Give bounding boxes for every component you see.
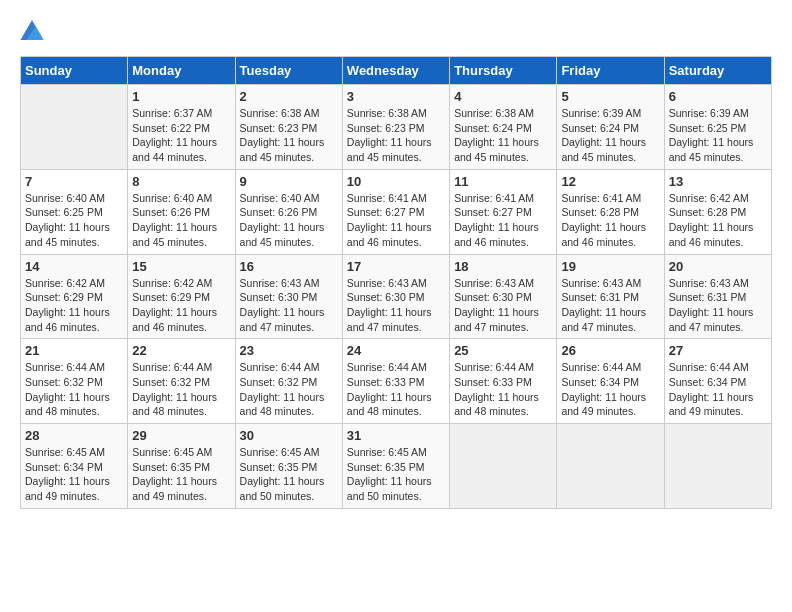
day-number: 10 (347, 174, 445, 189)
sunrise-text: Sunrise: 6:41 AM (347, 191, 445, 206)
daylight-text: Daylight: 11 hours and 45 minutes. (669, 135, 767, 164)
daylight-text: Daylight: 11 hours and 49 minutes. (132, 474, 230, 503)
calendar-cell (450, 424, 557, 509)
week-row-3: 14Sunrise: 6:42 AMSunset: 6:29 PMDayligh… (21, 254, 772, 339)
day-number: 25 (454, 343, 552, 358)
calendar-cell: 6Sunrise: 6:39 AMSunset: 6:25 PMDaylight… (664, 85, 771, 170)
sunset-text: Sunset: 6:25 PM (669, 121, 767, 136)
sunrise-text: Sunrise: 6:41 AM (561, 191, 659, 206)
col-header-thursday: Thursday (450, 57, 557, 85)
daylight-text: Daylight: 11 hours and 48 minutes. (240, 390, 338, 419)
day-number: 18 (454, 259, 552, 274)
daylight-text: Daylight: 11 hours and 47 minutes. (454, 305, 552, 334)
day-number: 16 (240, 259, 338, 274)
sunrise-text: Sunrise: 6:40 AM (132, 191, 230, 206)
calendar-cell: 11Sunrise: 6:41 AMSunset: 6:27 PMDayligh… (450, 169, 557, 254)
sunset-text: Sunset: 6:34 PM (25, 460, 123, 475)
col-header-saturday: Saturday (664, 57, 771, 85)
day-number: 6 (669, 89, 767, 104)
day-info: Sunrise: 6:44 AMSunset: 6:34 PMDaylight:… (561, 360, 659, 419)
sunrise-text: Sunrise: 6:44 AM (669, 360, 767, 375)
col-header-wednesday: Wednesday (342, 57, 449, 85)
daylight-text: Daylight: 11 hours and 46 minutes. (347, 220, 445, 249)
sunrise-text: Sunrise: 6:45 AM (25, 445, 123, 460)
calendar-cell: 28Sunrise: 6:45 AMSunset: 6:34 PMDayligh… (21, 424, 128, 509)
daylight-text: Daylight: 11 hours and 45 minutes. (347, 135, 445, 164)
sunrise-text: Sunrise: 6:45 AM (240, 445, 338, 460)
sunset-text: Sunset: 6:35 PM (240, 460, 338, 475)
calendar-cell: 8Sunrise: 6:40 AMSunset: 6:26 PMDaylight… (128, 169, 235, 254)
sunrise-text: Sunrise: 6:40 AM (240, 191, 338, 206)
sunrise-text: Sunrise: 6:44 AM (132, 360, 230, 375)
day-info: Sunrise: 6:45 AMSunset: 6:35 PMDaylight:… (347, 445, 445, 504)
sunset-text: Sunset: 6:24 PM (454, 121, 552, 136)
sunrise-text: Sunrise: 6:43 AM (240, 276, 338, 291)
sunrise-text: Sunrise: 6:44 AM (240, 360, 338, 375)
daylight-text: Daylight: 11 hours and 46 minutes. (669, 220, 767, 249)
day-number: 31 (347, 428, 445, 443)
daylight-text: Daylight: 11 hours and 46 minutes. (454, 220, 552, 249)
calendar-cell: 27Sunrise: 6:44 AMSunset: 6:34 PMDayligh… (664, 339, 771, 424)
day-number: 1 (132, 89, 230, 104)
day-info: Sunrise: 6:43 AMSunset: 6:30 PMDaylight:… (454, 276, 552, 335)
daylight-text: Daylight: 11 hours and 48 minutes. (347, 390, 445, 419)
sunset-text: Sunset: 6:28 PM (561, 205, 659, 220)
daylight-text: Daylight: 11 hours and 48 minutes. (454, 390, 552, 419)
day-number: 7 (25, 174, 123, 189)
day-info: Sunrise: 6:43 AMSunset: 6:31 PMDaylight:… (669, 276, 767, 335)
col-header-monday: Monday (128, 57, 235, 85)
day-info: Sunrise: 6:40 AMSunset: 6:26 PMDaylight:… (132, 191, 230, 250)
daylight-text: Daylight: 11 hours and 46 minutes. (561, 220, 659, 249)
sunset-text: Sunset: 6:31 PM (669, 290, 767, 305)
sunset-text: Sunset: 6:30 PM (454, 290, 552, 305)
sunrise-text: Sunrise: 6:44 AM (454, 360, 552, 375)
calendar-cell: 16Sunrise: 6:43 AMSunset: 6:30 PMDayligh… (235, 254, 342, 339)
day-number: 13 (669, 174, 767, 189)
day-info: Sunrise: 6:43 AMSunset: 6:31 PMDaylight:… (561, 276, 659, 335)
day-info: Sunrise: 6:42 AMSunset: 6:29 PMDaylight:… (25, 276, 123, 335)
calendar-cell: 26Sunrise: 6:44 AMSunset: 6:34 PMDayligh… (557, 339, 664, 424)
daylight-text: Daylight: 11 hours and 49 minutes. (561, 390, 659, 419)
sunset-text: Sunset: 6:33 PM (454, 375, 552, 390)
day-info: Sunrise: 6:45 AMSunset: 6:35 PMDaylight:… (132, 445, 230, 504)
day-info: Sunrise: 6:39 AMSunset: 6:25 PMDaylight:… (669, 106, 767, 165)
day-info: Sunrise: 6:42 AMSunset: 6:29 PMDaylight:… (132, 276, 230, 335)
sunrise-text: Sunrise: 6:39 AM (669, 106, 767, 121)
week-row-2: 7Sunrise: 6:40 AMSunset: 6:25 PMDaylight… (21, 169, 772, 254)
sunrise-text: Sunrise: 6:39 AM (561, 106, 659, 121)
sunrise-text: Sunrise: 6:37 AM (132, 106, 230, 121)
daylight-text: Daylight: 11 hours and 44 minutes. (132, 135, 230, 164)
calendar-cell (557, 424, 664, 509)
day-number: 20 (669, 259, 767, 274)
day-info: Sunrise: 6:45 AMSunset: 6:34 PMDaylight:… (25, 445, 123, 504)
sunset-text: Sunset: 6:27 PM (347, 205, 445, 220)
calendar-cell: 10Sunrise: 6:41 AMSunset: 6:27 PMDayligh… (342, 169, 449, 254)
day-info: Sunrise: 6:37 AMSunset: 6:22 PMDaylight:… (132, 106, 230, 165)
calendar-cell: 12Sunrise: 6:41 AMSunset: 6:28 PMDayligh… (557, 169, 664, 254)
sunset-text: Sunset: 6:23 PM (240, 121, 338, 136)
header-row: SundayMondayTuesdayWednesdayThursdayFrid… (21, 57, 772, 85)
sunset-text: Sunset: 6:30 PM (347, 290, 445, 305)
calendar-cell: 23Sunrise: 6:44 AMSunset: 6:32 PMDayligh… (235, 339, 342, 424)
day-info: Sunrise: 6:40 AMSunset: 6:26 PMDaylight:… (240, 191, 338, 250)
daylight-text: Daylight: 11 hours and 47 minutes. (561, 305, 659, 334)
calendar-cell: 30Sunrise: 6:45 AMSunset: 6:35 PMDayligh… (235, 424, 342, 509)
calendar-cell: 1Sunrise: 6:37 AMSunset: 6:22 PMDaylight… (128, 85, 235, 170)
day-number: 3 (347, 89, 445, 104)
day-info: Sunrise: 6:43 AMSunset: 6:30 PMDaylight:… (347, 276, 445, 335)
day-info: Sunrise: 6:44 AMSunset: 6:32 PMDaylight:… (132, 360, 230, 419)
day-number: 8 (132, 174, 230, 189)
day-info: Sunrise: 6:42 AMSunset: 6:28 PMDaylight:… (669, 191, 767, 250)
daylight-text: Daylight: 11 hours and 47 minutes. (240, 305, 338, 334)
daylight-text: Daylight: 11 hours and 50 minutes. (347, 474, 445, 503)
daylight-text: Daylight: 11 hours and 46 minutes. (132, 305, 230, 334)
sunset-text: Sunset: 6:26 PM (132, 205, 230, 220)
sunset-text: Sunset: 6:23 PM (347, 121, 445, 136)
day-number: 2 (240, 89, 338, 104)
day-number: 4 (454, 89, 552, 104)
sunrise-text: Sunrise: 6:42 AM (669, 191, 767, 206)
calendar-cell: 2Sunrise: 6:38 AMSunset: 6:23 PMDaylight… (235, 85, 342, 170)
day-info: Sunrise: 6:41 AMSunset: 6:28 PMDaylight:… (561, 191, 659, 250)
day-info: Sunrise: 6:41 AMSunset: 6:27 PMDaylight:… (347, 191, 445, 250)
sunrise-text: Sunrise: 6:40 AM (25, 191, 123, 206)
